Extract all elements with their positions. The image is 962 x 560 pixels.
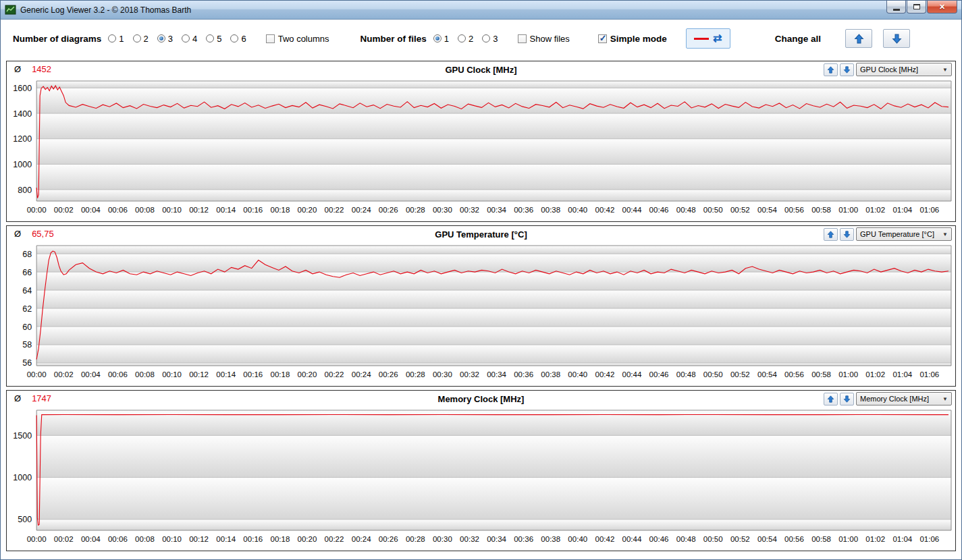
average-value: 1452 <box>32 64 51 74</box>
svg-text:00:50: 00:50 <box>703 535 723 543</box>
radio-icon <box>157 34 165 43</box>
average-readout: Ø1747 <box>14 393 51 403</box>
svg-text:00:38: 00:38 <box>541 535 560 543</box>
show-files-checkbox[interactable]: Show files <box>518 34 570 44</box>
close-button[interactable]: ✕ <box>927 1 957 13</box>
svg-text:00:48: 00:48 <box>676 206 696 214</box>
red-line-icon <box>694 38 709 40</box>
arrow-up-icon <box>827 66 834 74</box>
chart-title: Memory Clock [MHz] <box>438 394 525 404</box>
diagram-count-option-4[interactable]: 4 <box>182 34 197 44</box>
radio-label: 1 <box>119 34 124 44</box>
radio-label: 3 <box>493 34 498 44</box>
move-chart-up-button[interactable] <box>824 228 838 241</box>
svg-text:00:32: 00:32 <box>460 206 479 214</box>
radio-icon <box>108 34 116 43</box>
diagram-count-option-2[interactable]: 2 <box>133 34 149 44</box>
svg-text:00:56: 00:56 <box>784 370 804 379</box>
signal-select-dropdown[interactable]: Memory Clock [MHz]▼ <box>856 392 952 405</box>
svg-text:00:04: 00:04 <box>81 206 101 214</box>
simple-mode-checkbox[interactable]: Simple mode <box>598 34 667 44</box>
file-count-option-3[interactable]: 3 <box>482 34 498 44</box>
svg-text:00:24: 00:24 <box>352 370 371 379</box>
svg-text:00:52: 00:52 <box>730 206 750 214</box>
diagram-count-option-1[interactable]: 1 <box>108 34 124 44</box>
svg-text:00:10: 00:10 <box>162 206 182 214</box>
svg-text:00:50: 00:50 <box>703 206 723 214</box>
svg-text:00:46: 00:46 <box>649 535 669 543</box>
svg-text:00:40: 00:40 <box>568 206 587 214</box>
signal-select-dropdown[interactable]: GPU Temperature [°C]▼ <box>856 227 952 241</box>
svg-text:00:42: 00:42 <box>595 370 615 379</box>
maximize-button[interactable] <box>907 1 926 13</box>
move-chart-up-button[interactable] <box>824 63 838 76</box>
svg-text:00:06: 00:06 <box>108 535 128 543</box>
two-columns-checkbox[interactable]: Two columns <box>266 34 329 44</box>
svg-text:00:44: 00:44 <box>622 370 642 379</box>
svg-text:00:32: 00:32 <box>460 370 479 379</box>
svg-text:00:12: 00:12 <box>189 535 209 543</box>
svg-text:00:18: 00:18 <box>271 206 290 214</box>
svg-text:00:54: 00:54 <box>757 370 777 379</box>
radio-label: 3 <box>168 34 173 44</box>
average-symbol: Ø <box>14 393 21 403</box>
chart-panel-memory-clock: Ø1747 Memory Clock [MHz] Memory Clock [M… <box>6 390 956 551</box>
toolbar: Number of diagrams 1 2 3 4 5 6 Two colum… <box>1 20 961 57</box>
diagram-count-option-5[interactable]: 5 <box>206 34 221 44</box>
change-all-up-button[interactable] <box>845 29 872 48</box>
arrow-down-icon <box>843 231 851 238</box>
svg-text:00:04: 00:04 <box>81 370 101 379</box>
radio-icon <box>182 34 190 43</box>
minimize-button[interactable] <box>886 1 906 13</box>
number-of-files-label: Number of files <box>360 34 427 44</box>
svg-text:00:56: 00:56 <box>784 206 804 214</box>
checkbox-icon <box>266 34 275 43</box>
svg-text:00:16: 00:16 <box>243 370 263 379</box>
chart-panel-gpu-temperature: Ø65,75 GPU Temperature [°C] GPU Temperat… <box>6 225 956 387</box>
radio-icon <box>230 34 238 43</box>
file-count-option-2[interactable]: 2 <box>458 34 473 44</box>
minimize-icon <box>893 9 900 11</box>
change-all-down-button[interactable] <box>883 29 910 48</box>
svg-text:1600: 1600 <box>13 84 32 93</box>
arrow-down-icon <box>843 395 851 403</box>
svg-text:00:44: 00:44 <box>622 535 642 543</box>
svg-text:58: 58 <box>22 341 32 350</box>
svg-text:01:02: 01:02 <box>865 370 885 379</box>
svg-text:1400: 1400 <box>13 109 32 119</box>
svg-text:00:26: 00:26 <box>379 535 398 543</box>
app-logo-icon <box>5 4 16 16</box>
average-symbol: Ø <box>14 229 21 239</box>
line-style-refresh-button[interactable]: ⇄ <box>686 28 730 49</box>
svg-text:00:24: 00:24 <box>352 206 371 214</box>
svg-text:00:40: 00:40 <box>568 535 587 543</box>
file-count-option-1[interactable]: 1 <box>433 34 449 44</box>
svg-text:1000: 1000 <box>13 160 32 169</box>
svg-text:00:22: 00:22 <box>325 535 344 543</box>
svg-text:00:46: 00:46 <box>649 206 669 214</box>
panel-controls: Memory Clock [MHz]▼ <box>824 392 952 405</box>
move-chart-down-button[interactable] <box>840 63 854 76</box>
svg-text:60: 60 <box>22 323 32 332</box>
svg-text:00:34: 00:34 <box>487 370 506 379</box>
svg-text:01:00: 01:00 <box>838 206 858 214</box>
diagram-count-option-3[interactable]: 3 <box>157 34 173 44</box>
move-chart-down-button[interactable] <box>840 393 854 405</box>
svg-text:500: 500 <box>18 515 32 524</box>
selected-signal-label: Memory Clock [MHz] <box>860 395 929 403</box>
svg-text:1500: 1500 <box>13 431 32 441</box>
arrow-up-icon <box>854 34 864 44</box>
diagram-count-option-6[interactable]: 6 <box>230 34 246 44</box>
move-chart-down-button[interactable] <box>840 228 854 241</box>
svg-text:00:00: 00:00 <box>27 370 47 379</box>
signal-select-dropdown[interactable]: GPU Clock [MHz]▼ <box>856 63 952 76</box>
radio-icon <box>482 34 490 43</box>
move-chart-up-button[interactable] <box>824 393 838 405</box>
svg-text:00:10: 00:10 <box>162 535 182 543</box>
chevron-down-icon: ▼ <box>942 231 948 237</box>
checkbox-label: Show files <box>530 34 570 44</box>
svg-text:01:00: 01:00 <box>838 535 858 543</box>
radio-label: 1 <box>444 34 449 44</box>
average-readout: Ø65,75 <box>14 229 54 239</box>
chart-title: GPU Clock [MHz] <box>445 65 516 75</box>
